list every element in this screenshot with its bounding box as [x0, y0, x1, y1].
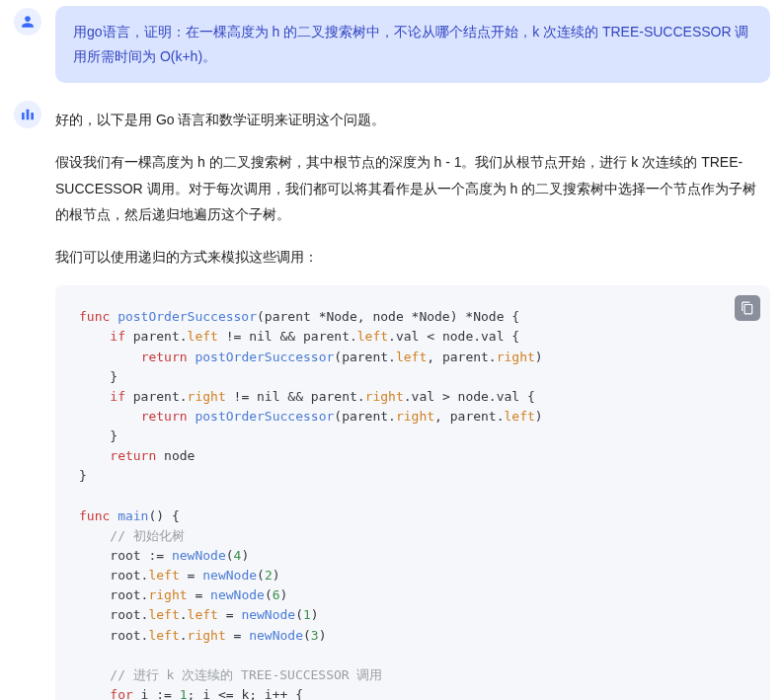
- bot-paragraph-2: 假设我们有一棵高度为 h 的二叉搜索树，其中根节点的深度为 h - 1。我们从根…: [55, 149, 770, 228]
- code-block: func postOrderSuccessor(parent *Node, no…: [55, 285, 770, 700]
- copy-icon: [741, 301, 754, 315]
- bot-icon: [20, 107, 36, 122]
- user-avatar: [14, 8, 41, 36]
- copy-code-button[interactable]: [735, 295, 760, 321]
- bot-avatar: [14, 101, 41, 128]
- svg-rect-0: [22, 113, 25, 119]
- bot-message-content: 好的，以下是用 Go 语言和数学证明来证明这个问题。 假设我们有一棵高度为 h …: [55, 99, 770, 700]
- code-content: func postOrderSuccessor(parent *Node, no…: [55, 285, 770, 700]
- user-message-bubble: 用go语言，证明：在一棵高度为 h 的二叉搜索树中，不论从哪个结点开始，k 次连…: [55, 6, 770, 83]
- user-message-text: 用go语言，证明：在一棵高度为 h 的二叉搜索树中，不论从哪个结点开始，k 次连…: [73, 24, 749, 64]
- user-message-row: 用go语言，证明：在一棵高度为 h 的二叉搜索树中，不论从哪个结点开始，k 次连…: [0, 0, 784, 93]
- svg-rect-2: [31, 113, 34, 119]
- bot-paragraph-3: 我们可以使用递归的方式来模拟这些调用：: [55, 244, 770, 271]
- bot-paragraph-1: 好的，以下是用 Go 语言和数学证明来证明这个问题。: [55, 107, 770, 133]
- svg-rect-1: [27, 110, 30, 120]
- bot-message-row: 好的，以下是用 Go 语言和数学证明来证明这个问题。 假设我们有一棵高度为 h …: [0, 93, 784, 700]
- user-icon: [21, 15, 35, 29]
